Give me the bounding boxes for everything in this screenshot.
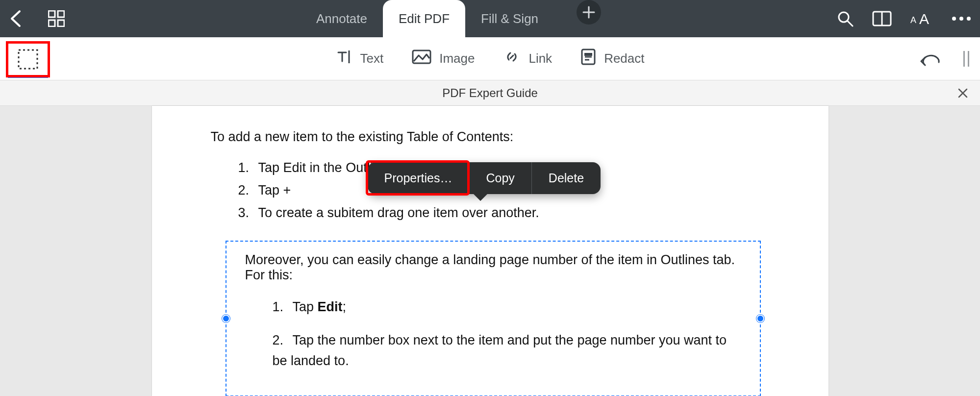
add-tab-button[interactable] — [577, 0, 601, 25]
tab-annotate[interactable]: Annotate — [301, 0, 383, 37]
more-button[interactable] — [952, 16, 971, 21]
list-b-item-1: 1. Tap Edit; — [273, 297, 741, 317]
search-button[interactable] — [837, 10, 854, 27]
svg-rect-0 — [49, 11, 55, 17]
text-size-button[interactable]: AA — [910, 11, 933, 26]
text-tool-icon — [335, 49, 352, 69]
tool-redact-label: Redact — [604, 51, 644, 66]
svg-text:A: A — [919, 11, 929, 26]
tool-text[interactable]: Text — [335, 49, 383, 69]
tool-link-label: Link — [528, 51, 552, 66]
image-tool-icon — [412, 50, 431, 68]
tool-redact[interactable]: Redact — [580, 48, 644, 69]
svg-point-10 — [967, 17, 971, 21]
svg-text:A: A — [910, 15, 916, 25]
document-canvas[interactable]: To add a new item to the existing Table … — [0, 106, 980, 396]
close-document-button[interactable] — [957, 80, 968, 105]
selection-handle-left[interactable] — [222, 315, 230, 322]
list-b-item-2: 2. Tap the number box next to the item a… — [273, 330, 741, 371]
bookmarks-button[interactable] — [872, 10, 892, 27]
tutorial-highlight-properties — [366, 160, 470, 196]
selection-tool-active-indicator — [8, 75, 48, 78]
context-menu-tail — [474, 194, 487, 201]
svg-rect-15 — [963, 51, 965, 67]
document-title: PDF Expert Guide — [442, 86, 538, 100]
back-button[interactable] — [9, 9, 22, 28]
context-menu: Properties… Copy Delete — [368, 162, 601, 194]
context-menu-copy[interactable]: Copy — [469, 162, 531, 194]
link-tool-icon — [503, 48, 521, 69]
pdf-page[interactable]: To add a new item to the existing Table … — [152, 106, 829, 396]
svg-rect-1 — [58, 11, 64, 17]
grid-view-button[interactable] — [48, 10, 65, 27]
selection-tool-button[interactable] — [6, 41, 50, 77]
tool-link[interactable]: Link — [503, 48, 552, 69]
selected-paragraph: Moreover, you can easily change a landin… — [245, 252, 741, 283]
content-selection-box[interactable]: Moreover, you can easily change a landin… — [226, 241, 761, 396]
tool-image-label: Image — [439, 51, 475, 66]
mode-tabs: Annotate Edit PDF Fill & Sign — [65, 0, 837, 37]
tab-edit-pdf[interactable]: Edit PDF — [383, 0, 465, 37]
tool-image[interactable]: Image — [412, 50, 475, 68]
svg-point-9 — [959, 17, 963, 21]
redo-divider-button[interactable] — [962, 50, 970, 68]
svg-point-8 — [952, 17, 956, 21]
undo-button[interactable] — [919, 51, 941, 66]
selection-handle-right[interactable] — [756, 315, 764, 322]
redact-tool-icon — [580, 48, 596, 69]
tab-fill-sign[interactable]: Fill & Sign — [465, 0, 554, 37]
svg-rect-16 — [968, 51, 969, 67]
context-menu-delete[interactable]: Delete — [532, 162, 601, 194]
svg-rect-14 — [584, 53, 592, 56]
intro-line: To add a new item to the existing Table … — [211, 129, 770, 145]
tool-text-label: Text — [360, 51, 383, 66]
svg-rect-2 — [49, 20, 55, 26]
svg-rect-3 — [58, 20, 64, 26]
svg-rect-11 — [19, 50, 37, 69]
